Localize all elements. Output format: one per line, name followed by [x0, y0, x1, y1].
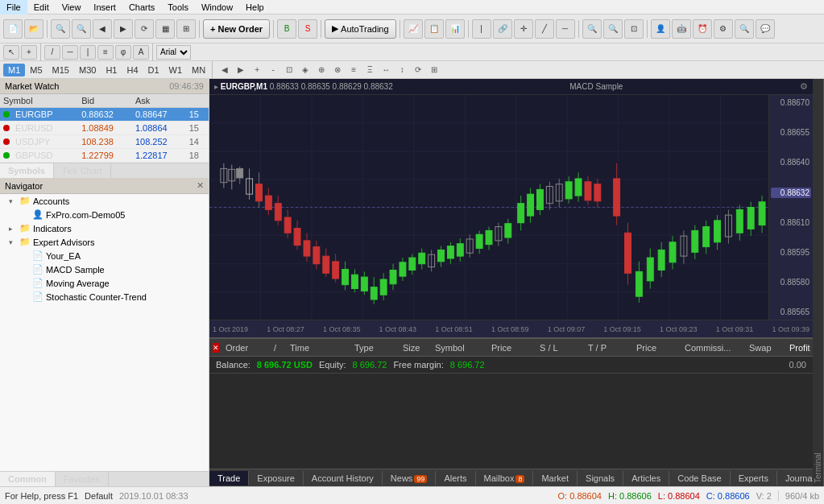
zoom-in-btn[interactable]: 🔍 [51, 19, 70, 39]
tf-tool1[interactable]: ◀ [217, 63, 232, 77]
zoom-chart-btn[interactable]: 🔍 [582, 19, 602, 39]
tf-tool13[interactable]: ⟳ [411, 63, 425, 77]
tf-tool8[interactable]: ⊗ [330, 63, 345, 77]
close-trade-panel-btn[interactable]: ✕ [213, 343, 219, 353]
menu-view[interactable]: View [56, 0, 88, 14]
bottom-tab-exposure[interactable]: Exposure [249, 471, 303, 485]
nav-item-indicators[interactable]: ▸ 📁 Indicators [0, 221, 209, 235]
tf-tool7[interactable]: ⊕ [314, 63, 329, 77]
tf-tool3[interactable]: + [250, 63, 264, 77]
connect-btn[interactable]: 🔗 [493, 19, 512, 39]
chart-canvas[interactable] [209, 95, 768, 320]
open-btn[interactable]: 📂 [24, 19, 43, 39]
bottom-tab-articles[interactable]: Articles [623, 471, 669, 485]
channel-btn[interactable]: ≡ [97, 45, 114, 60]
nav-item-fxpro.com-demo05[interactable]: 👤 FxPro.com-Demo05 [0, 208, 209, 221]
search-toolbar-btn[interactable]: 🔍 [735, 19, 754, 39]
bottom-tab-news[interactable]: News99 [383, 471, 437, 485]
bottom-tab-code-base[interactable]: Code Base [669, 471, 730, 485]
bottom-tab-market[interactable]: Market [533, 471, 578, 485]
indicator-btn[interactable]: 📈 [404, 19, 423, 39]
crosshair2-btn[interactable]: + [21, 45, 37, 60]
tf-tool12[interactable]: ↕ [395, 63, 409, 77]
sell-btn[interactable]: S [298, 19, 317, 39]
text-btn[interactable]: A [133, 45, 149, 60]
tab-symbols[interactable]: Symbols [0, 163, 54, 178]
zoom-chart2-btn[interactable]: 🔍 [603, 19, 623, 39]
menu-edit[interactable]: Edit [27, 0, 56, 14]
tf-tool11[interactable]: ↔ [379, 63, 393, 77]
scroll-left-btn[interactable]: ◀ [93, 19, 112, 39]
chart-type-btn[interactable]: ▦ [155, 19, 175, 39]
chat-btn[interactable]: 💬 [756, 19, 775, 39]
nav-tab-favorites[interactable]: Favorites [56, 472, 109, 486]
menu-tools[interactable]: Tools [161, 0, 195, 14]
auto-scroll-btn[interactable]: ⟳ [135, 19, 154, 39]
account-btn[interactable]: 👤 [651, 19, 670, 39]
scroll-right-btn[interactable]: ▶ [114, 19, 133, 39]
hline-btn[interactable]: ─ [556, 19, 575, 39]
nav-item-macd-sample[interactable]: 📄 MACD Sample [0, 262, 209, 276]
period-sep-btn[interactable]: | [472, 19, 491, 39]
menu-help[interactable]: Help [239, 0, 271, 14]
fit-btn[interactable]: ⊡ [624, 19, 644, 39]
nav-item-accounts[interactable]: ▾ 📁 Accounts [0, 194, 209, 208]
bottom-tab-signals[interactable]: Signals [578, 471, 623, 485]
market-row-eurusd[interactable]: EURUSD 1.08849 1.08864 15 [0, 122, 209, 135]
fib-btn[interactable]: φ [115, 45, 131, 60]
menu-charts[interactable]: Charts [122, 0, 161, 14]
tf-h1[interactable]: H1 [101, 64, 122, 76]
tf-d1[interactable]: D1 [143, 64, 164, 76]
bottom-tab-account-history[interactable]: Account History [304, 471, 383, 485]
navigator-close[interactable]: ✕ [197, 180, 204, 191]
bottom-tab-alerts[interactable]: Alerts [436, 471, 475, 485]
nav-item-expert-advisors[interactable]: ▾ 📁 Expert Advisors [0, 235, 209, 249]
tf-m30[interactable]: M30 [74, 64, 101, 76]
tf-tool6[interactable]: ◈ [298, 63, 313, 77]
tf-tool5[interactable]: ⊡ [282, 63, 296, 77]
ea-btn[interactable]: 🤖 [672, 19, 691, 39]
vline-draw-btn[interactable]: | [80, 45, 96, 60]
autotrading-button[interactable]: ▶ AutoTrading [325, 19, 396, 39]
clock-btn[interactable]: ⏰ [693, 19, 712, 39]
font-select[interactable]: Arial [156, 45, 191, 60]
nav-item-your_ea[interactable]: 📄 Your_EA [0, 249, 209, 262]
nav-tab-common[interactable]: Common [0, 472, 56, 486]
template-btn[interactable]: 📋 [424, 19, 444, 39]
bottom-tab-journal[interactable]: Journal [777, 471, 813, 485]
market-row-gbpusd[interactable]: GBPUSD 1.22799 1.22817 18 [0, 149, 209, 163]
tf-m5[interactable]: M5 [25, 64, 47, 76]
buy-btn[interactable]: B [277, 19, 296, 39]
hline-draw-btn[interactable]: ─ [62, 45, 78, 60]
tf-tool14[interactable]: ⊞ [427, 63, 441, 77]
cursor-btn[interactable]: ↖ [3, 45, 19, 60]
market-row-eurgbp[interactable]: EURGBP 0.88632 0.88647 15 [0, 108, 209, 122]
nav-item-stochastic-counter-trend[interactable]: 📄 Stochastic Counter-Trend [0, 290, 209, 304]
zoom-out-btn[interactable]: 🔍 [72, 19, 91, 39]
bottom-tab-experts[interactable]: Experts [731, 471, 777, 485]
grid-btn[interactable]: ⊞ [176, 19, 196, 39]
settings-btn[interactable]: ⚙ [714, 19, 733, 39]
terminal-label[interactable]: Terminal [813, 79, 824, 486]
menu-file[interactable]: File [0, 0, 27, 14]
tf-tool10[interactable]: Ξ [362, 63, 377, 77]
line-btn[interactable]: ╱ [535, 19, 554, 39]
indicator2-btn[interactable]: 📊 [445, 19, 465, 39]
tf-tool2[interactable]: ▶ [234, 63, 248, 77]
new-order-button[interactable]: + New Order [203, 19, 270, 39]
menu-window[interactable]: Window [195, 0, 239, 14]
tf-w1[interactable]: W1 [164, 64, 188, 76]
tab-tick-chart[interactable]: Tick Chart [54, 163, 111, 178]
tf-tool9[interactable]: ≡ [346, 63, 361, 77]
market-row-usdjpy[interactable]: USDJPY 108.238 108.252 14 [0, 135, 209, 149]
menu-insert[interactable]: Insert [87, 0, 122, 14]
tf-m1[interactable]: M1 [3, 64, 25, 76]
new-chart-btn[interactable]: 📄 [3, 19, 23, 39]
bottom-tab-trade[interactable]: Trade [209, 471, 249, 485]
bottom-tab-mailbox[interactable]: Mailbox8 [476, 471, 534, 485]
line-draw-btn[interactable]: / [44, 45, 60, 60]
tf-mn[interactable]: MN [187, 64, 210, 76]
chart-settings-icon[interactable]: ⚙ [800, 81, 808, 92]
crosshair-btn[interactable]: ✛ [514, 19, 533, 39]
nav-item-moving-average[interactable]: 📄 Moving Average [0, 276, 209, 290]
